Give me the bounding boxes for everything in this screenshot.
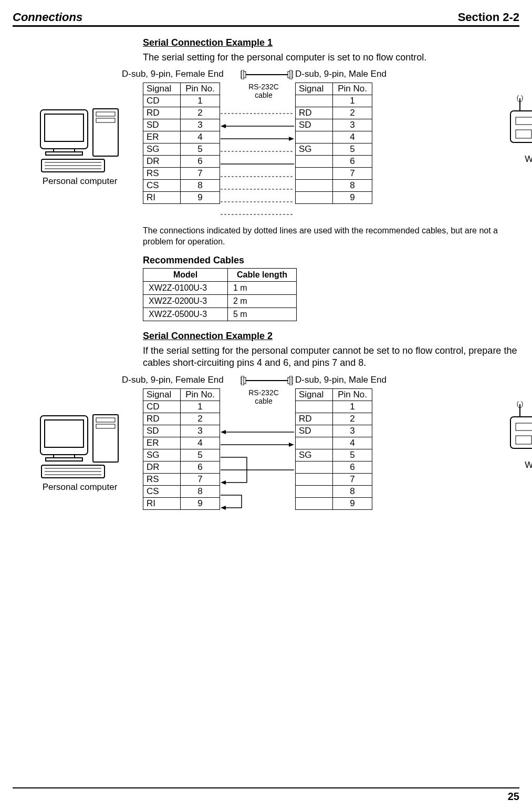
table-row: 4 — [296, 437, 372, 449]
table-row: RD2 — [296, 413, 372, 425]
pc-label: Personal computer — [27, 482, 132, 493]
length-header: Cable length — [228, 268, 297, 281]
pin-header: Pin No. — [333, 83, 372, 95]
page-header: Connections Section 2-2 — [13, 11, 519, 27]
table-row: 7 — [296, 168, 372, 180]
table-row: 9 — [296, 192, 372, 204]
header-left: Connections — [13, 11, 82, 24]
personal-computer-illustration: Personal computer — [27, 106, 132, 187]
svg-marker-65 — [221, 506, 226, 510]
male-end-label: D-sub, 9-pin, Male End — [295, 69, 387, 79]
female-end-label: D-sub, 9-pin, Female End — [122, 69, 224, 79]
female-end-label: D-sub, 9-pin, Female End — [122, 375, 224, 385]
cable-connector-icon — [241, 70, 293, 82]
signal-header: Signal — [143, 83, 181, 95]
svg-marker-28 — [289, 137, 294, 141]
svg-rect-40 — [96, 418, 115, 422]
table-row: 1 — [296, 401, 372, 413]
svg-rect-41 — [96, 424, 115, 428]
svg-rect-1 — [45, 114, 84, 141]
svg-rect-17 — [516, 130, 531, 138]
example1-body: The serial setting for the personal comp… — [143, 52, 519, 64]
table-row: RI9 — [143, 497, 220, 509]
pc-icon — [35, 412, 124, 480]
table-row: CS8 — [143, 180, 220, 192]
pin-header: Pin No. — [333, 388, 372, 401]
example2-left-pin-table: SignalPin No. CD1 RD2 SD3 ER4 SG5 DR6 RS… — [143, 388, 220, 510]
table-row: CS8 — [143, 485, 220, 497]
table-row: SD3 — [143, 119, 220, 131]
recommended-cables-heading: Recommended Cables — [143, 255, 519, 266]
svg-rect-16 — [516, 117, 532, 125]
example1-diagram: Personal computer WT30 D-sub, 9-pin, Fem… — [143, 69, 519, 221]
pc-icon — [35, 106, 124, 174]
wt30-icon — [505, 95, 532, 153]
svg-rect-35 — [40, 416, 88, 455]
wt30-label: WT30 — [505, 154, 532, 165]
male-end-label: D-sub, 9-pin, Male End — [295, 375, 387, 385]
table-row: SD3 — [143, 425, 220, 437]
table-row: 8 — [296, 180, 372, 192]
svg-rect-52 — [516, 436, 531, 444]
table-row: SD3 — [296, 119, 372, 131]
table-row: 8 — [296, 485, 372, 497]
table-row: DR6 — [143, 461, 220, 473]
personal-computer-illustration: Personal computer — [27, 412, 132, 493]
svg-rect-11 — [510, 111, 532, 142]
table-row: RD2 — [296, 107, 372, 119]
wt30-illustration: WT30 — [505, 95, 532, 165]
table-row: 6 — [296, 156, 372, 168]
svg-rect-5 — [96, 112, 115, 116]
pc-label: Personal computer — [27, 176, 132, 187]
table-row: SG5 — [296, 143, 372, 156]
svg-rect-38 — [46, 458, 82, 461]
example1-wiring-icon — [221, 95, 294, 216]
table-row: RD2 — [143, 413, 220, 425]
svg-rect-46 — [510, 417, 532, 448]
svg-rect-36 — [45, 420, 84, 447]
table-row: 1 — [296, 95, 372, 107]
table-row: XW2Z-0100U-31 m — [143, 281, 297, 294]
svg-rect-58 — [290, 376, 292, 385]
table-row: XW2Z-0500U-35 m — [143, 307, 297, 321]
table-row: DR6 — [143, 156, 220, 168]
svg-marker-60 — [221, 430, 226, 434]
signal-header: Signal — [143, 388, 181, 401]
svg-marker-62 — [289, 443, 294, 447]
example2-diagram: Personal computer WT30 D-sub, 9-pin, Fem… — [143, 375, 519, 527]
svg-rect-55 — [242, 376, 244, 385]
pin-header: Pin No. — [181, 83, 220, 95]
table-row: ER4 — [143, 131, 220, 143]
svg-rect-3 — [46, 152, 82, 155]
example2-title: Serial Connection Example 2 — [143, 331, 519, 342]
table-row: CD1 — [143, 95, 220, 107]
table-row: XW2Z-0200U-32 m — [143, 294, 297, 307]
table-row: RD2 — [143, 107, 220, 119]
example1-right-pin-table: SignalPin No. 1 RD2 SD3 4 SG5 6 7 8 9 — [295, 83, 372, 204]
svg-marker-64 — [221, 480, 226, 485]
table-row: 6 — [296, 461, 372, 473]
table-row: 4 — [296, 131, 372, 143]
svg-rect-0 — [40, 110, 88, 149]
table-row: SG5 — [143, 449, 220, 461]
example1-left-pin-table: SignalPin No. CD1 RD2 SD3 ER4 SG5 DR6 RS… — [143, 83, 220, 204]
recommended-cables-table: Model Cable length XW2Z-0100U-31 m XW2Z-… — [143, 268, 297, 321]
table-row: ER4 — [143, 437, 220, 449]
example2-right-pin-table: SignalPin No. 1 RD2 SD3 4 SG5 6 7 8 9 — [295, 388, 372, 510]
svg-rect-51 — [516, 423, 532, 430]
svg-rect-20 — [242, 70, 244, 79]
cable-connector-icon — [241, 376, 293, 388]
table-row: RS7 — [143, 473, 220, 485]
svg-rect-6 — [96, 118, 115, 122]
pin-header: Pin No. — [181, 388, 220, 401]
table-row: SG5 — [296, 449, 372, 461]
table-row: 7 — [296, 473, 372, 485]
wt30-icon — [505, 401, 532, 459]
example1-title: Serial Connection Example 1 — [143, 37, 519, 48]
table-row: RS7 — [143, 168, 220, 180]
example2-wiring-icon — [221, 401, 294, 521]
table-row: SG5 — [143, 143, 220, 156]
table-row: CD1 — [143, 401, 220, 413]
table-row: 9 — [296, 497, 372, 509]
model-header: Model — [143, 268, 228, 281]
